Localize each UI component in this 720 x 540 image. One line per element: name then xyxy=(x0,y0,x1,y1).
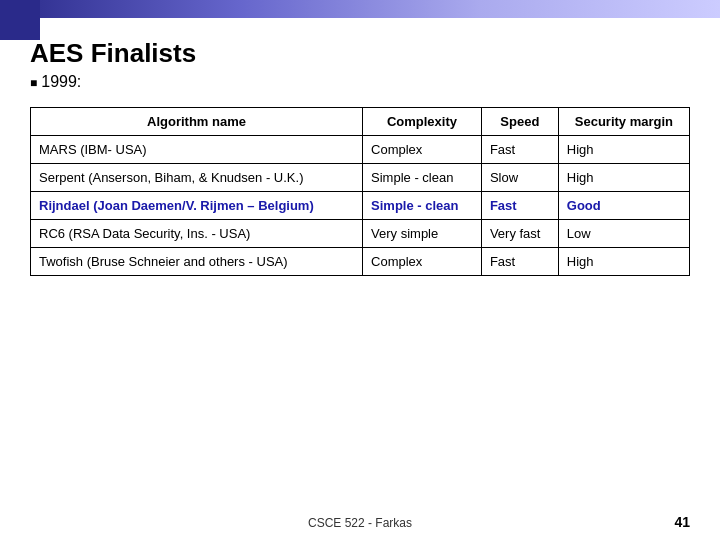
cell-complexity-4: Complex xyxy=(363,248,482,276)
table-row: Twofish (Bruse Schneier and others - USA… xyxy=(31,248,690,276)
cell-name-4: Twofish (Bruse Schneier and others - USA… xyxy=(31,248,363,276)
footer: CSCE 522 - Farkas xyxy=(0,516,720,530)
cell-name-3: RC6 (RSA Data Security, Ins. - USA) xyxy=(31,220,363,248)
col-header-security: Security margin xyxy=(558,108,689,136)
top-decorative-bar xyxy=(0,0,720,18)
cell-security-3: Low xyxy=(558,220,689,248)
subtitle-year: 1999: xyxy=(30,73,690,91)
cell-name-1: Serpent (Anserson, Biham, & Knudsen - U.… xyxy=(31,164,363,192)
cell-complexity-1: Simple - clean xyxy=(363,164,482,192)
table-row: RC6 (RSA Data Security, Ins. - USA)Very … xyxy=(31,220,690,248)
cell-speed-1: Slow xyxy=(481,164,558,192)
table-header-row: Algorithm name Complexity Speed Security… xyxy=(31,108,690,136)
page-title: AES Finalists xyxy=(30,38,690,69)
col-header-complexity: Complexity xyxy=(363,108,482,136)
cell-security-1: High xyxy=(558,164,689,192)
table-row: MARS (IBM- USA)ComplexFastHigh xyxy=(31,136,690,164)
cell-security-4: High xyxy=(558,248,689,276)
cell-name-0: MARS (IBM- USA) xyxy=(31,136,363,164)
footer-text: CSCE 522 - Farkas xyxy=(308,516,412,530)
cell-name-2: Rijndael (Joan Daemen/V. Rijmen – Belgiu… xyxy=(31,192,363,220)
cell-complexity-2: Simple - clean xyxy=(363,192,482,220)
table-row: Rijndael (Joan Daemen/V. Rijmen – Belgiu… xyxy=(31,192,690,220)
table-row: Serpent (Anserson, Biham, & Knudsen - U.… xyxy=(31,164,690,192)
cell-security-0: High xyxy=(558,136,689,164)
cell-speed-0: Fast xyxy=(481,136,558,164)
cell-speed-3: Very fast xyxy=(481,220,558,248)
page-number: 41 xyxy=(674,514,690,530)
col-header-algorithm: Algorithm name xyxy=(31,108,363,136)
cell-complexity-0: Complex xyxy=(363,136,482,164)
col-header-speed: Speed xyxy=(481,108,558,136)
cell-speed-2: Fast xyxy=(481,192,558,220)
page-content: AES Finalists 1999: Algorithm name Compl… xyxy=(0,18,720,540)
aes-finalists-table: Algorithm name Complexity Speed Security… xyxy=(30,107,690,276)
cell-speed-4: Fast xyxy=(481,248,558,276)
cell-complexity-3: Very simple xyxy=(363,220,482,248)
cell-security-2: Good xyxy=(558,192,689,220)
